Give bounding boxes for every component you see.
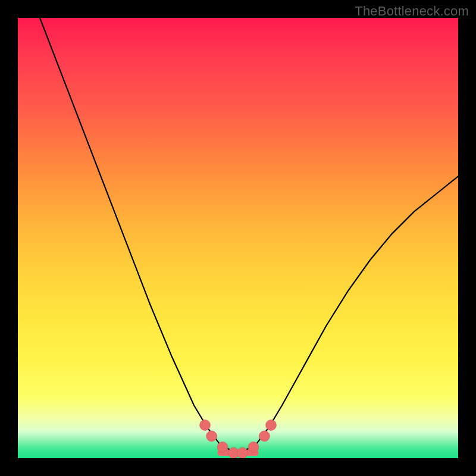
chart-frame: TheBottleneck.com — [0, 0, 476, 476]
curve-marker — [217, 442, 228, 453]
chart-svg — [18, 18, 458, 458]
curve-marker — [248, 442, 259, 453]
curve-marker — [206, 431, 217, 441]
curve-markers-group — [200, 420, 277, 459]
curve-marker — [237, 447, 248, 458]
curve-marker — [259, 431, 270, 441]
bottleneck-curve-line — [40, 18, 458, 454]
chart-plot-area — [18, 18, 458, 458]
curve-marker — [200, 420, 211, 431]
curve-marker — [266, 420, 277, 431]
watermark-text: TheBottleneck.com — [355, 4, 469, 19]
